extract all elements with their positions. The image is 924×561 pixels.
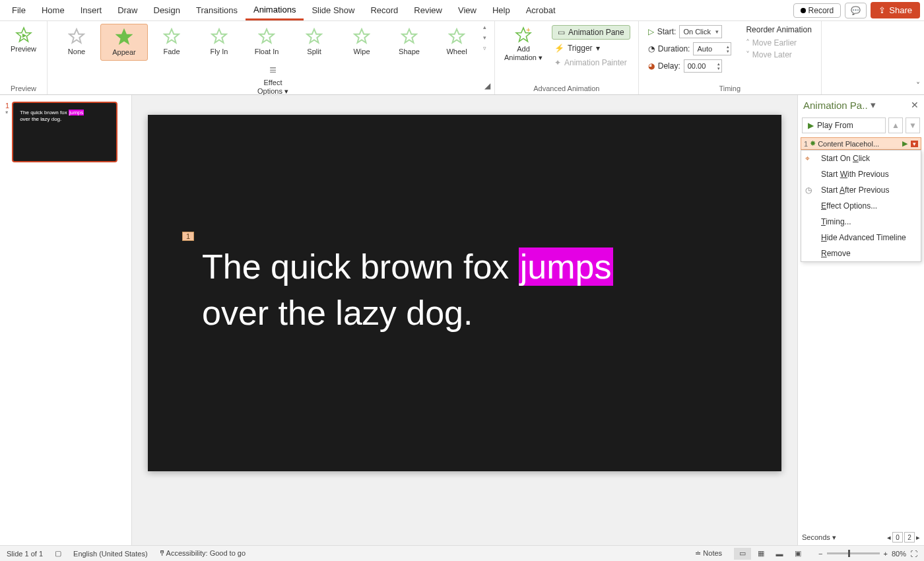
anim-wipe[interactable]: Wipe xyxy=(338,24,385,59)
ctx-remove[interactable]: Remove xyxy=(801,246,921,261)
anim-shape[interactable]: Shape xyxy=(385,24,433,59)
anim-label: None xyxy=(68,48,85,55)
view-reading-button[interactable]: ▬ xyxy=(771,548,788,560)
anim-none[interactable]: None xyxy=(53,24,100,59)
menu-record[interactable]: Record xyxy=(362,1,406,19)
star-icon xyxy=(116,28,133,46)
timeline-2: 2 xyxy=(904,532,915,543)
status-bar: Slide 1 of 1 ▢ English (United States) ͳ… xyxy=(0,545,924,561)
share-label: Share xyxy=(889,5,912,15)
animation-pane-button[interactable]: ▭Animation Pane xyxy=(552,25,630,40)
notes-button[interactable]: ≐ Notes xyxy=(695,549,722,558)
menu-home[interactable]: Home xyxy=(34,1,73,19)
comments-button[interactable]: 💬 xyxy=(845,3,867,18)
menu-acrobat[interactable]: Acrobat xyxy=(518,1,564,19)
move-up-button[interactable]: ▲ xyxy=(888,117,903,133)
menu-design[interactable]: Design xyxy=(146,1,188,19)
start-icon: ▷ xyxy=(648,27,654,36)
ribbon-collapse-button[interactable]: ˅ xyxy=(916,81,920,90)
preview-button[interactable]: Preview xyxy=(7,24,40,56)
trigger-label: Trigger xyxy=(568,44,593,53)
ctx-start-with-previous[interactable]: Start With Previous xyxy=(801,166,921,182)
effect-options-button[interactable]: ≡EffectOptions ▾ xyxy=(253,61,292,98)
menu-file[interactable]: File xyxy=(4,1,34,19)
duration-input[interactable]: Auto xyxy=(693,42,731,55)
context-menu: ⌖Start On ClickStart With Previous◷Start… xyxy=(801,150,921,262)
ctx-start-on-click[interactable]: ⌖Start On Click xyxy=(801,150,921,166)
gallery-more-button[interactable]: ▴▾▿ xyxy=(480,24,489,51)
zoom-control[interactable]: − + 80% ⛶ xyxy=(818,550,917,558)
clock-icon: ◷ xyxy=(805,185,812,195)
fit-to-window-button[interactable]: ⛶ xyxy=(910,550,917,558)
slide-canvas-area[interactable]: 1 The quick brown fox jumpsover the lazy… xyxy=(132,95,797,545)
start-select[interactable]: On Click xyxy=(679,25,722,38)
slide[interactable]: 1 The quick brown fox jumpsover the lazy… xyxy=(148,115,781,471)
duration-label: Duration: xyxy=(658,44,690,53)
view-normal-button[interactable]: ▭ xyxy=(734,548,751,560)
zoom-slider[interactable] xyxy=(827,552,880,554)
ctx-hide-advanced-timeline[interactable]: Hide Advanced Timeline xyxy=(801,230,921,246)
menu-animations[interactable]: Animations xyxy=(246,1,304,20)
zoom-value[interactable]: 80% xyxy=(892,550,906,558)
star-icon xyxy=(448,28,465,45)
anim-float-in[interactable]: Float In xyxy=(243,24,290,59)
animation-gallery[interactable]: NoneAppearFadeFly InFloat InSplitWipeSha… xyxy=(53,24,489,61)
group-label-advanced: Advanced Animation xyxy=(533,83,599,94)
menu-bar: File Home Insert Draw Design Transitions… xyxy=(0,0,924,21)
ctx-timing-[interactable]: Timing... xyxy=(801,214,921,230)
anim-appear[interactable]: Appear xyxy=(100,24,148,61)
item-label: Content Placehol... xyxy=(818,140,879,148)
anim-wheel[interactable]: Wheel xyxy=(433,24,480,59)
pane-icon: ▭ xyxy=(558,28,565,37)
view-sorter-button[interactable]: ▦ xyxy=(752,548,770,560)
menu-insert[interactable]: Insert xyxy=(73,1,110,19)
zoom-in-button[interactable]: + xyxy=(884,550,888,558)
menu-review[interactable]: Review xyxy=(406,1,450,19)
ctx-effect-options-[interactable]: Effect Options... xyxy=(801,198,921,214)
timeline-next[interactable]: ▸ xyxy=(916,533,920,542)
animation-list-item[interactable]: 1 ✸ Content Placehol... ▶ ▾ xyxy=(801,137,921,150)
item-dropdown-button[interactable]: ▾ xyxy=(911,141,918,147)
slide-text[interactable]: The quick brown fox jumpsover the lazy d… xyxy=(202,244,613,336)
move-earlier-button[interactable]: ˄ Move Earlier xyxy=(746,38,811,48)
move-later-button[interactable]: ˅ Move Later xyxy=(746,50,811,59)
menu-draw[interactable]: Draw xyxy=(110,1,145,19)
timeline-prev[interactable]: ◂ xyxy=(887,533,891,542)
trigger-button[interactable]: ⚡Trigger ▾ xyxy=(552,42,630,54)
view-slideshow-button[interactable]: ▣ xyxy=(789,548,807,560)
status-slide[interactable]: Slide 1 of 1 xyxy=(7,550,43,558)
slide-text-1: The quick brown fox xyxy=(202,248,519,286)
pane-menu-icon[interactable]: ▾ xyxy=(871,99,876,111)
menu-help[interactable]: Help xyxy=(484,1,518,19)
timeline-0: 0 xyxy=(892,532,903,543)
move-down-button[interactable]: ▼ xyxy=(906,117,920,133)
anim-fly-in[interactable]: Fly In xyxy=(195,24,243,59)
menu-transitions[interactable]: Transitions xyxy=(188,1,246,19)
animation-painter-button[interactable]: ✦Animation Painter xyxy=(552,57,630,69)
star-icon xyxy=(163,28,180,45)
anim-fade[interactable]: Fade xyxy=(148,24,195,59)
anim-split[interactable]: Split xyxy=(290,24,338,59)
status-language[interactable]: English (United States) xyxy=(73,550,148,558)
status-display-settings[interactable]: ▢ xyxy=(55,549,61,558)
preview-label: Preview xyxy=(11,45,36,53)
seconds-dropdown[interactable]: Seconds ▾ xyxy=(802,533,836,542)
animation-badge[interactable]: 1 xyxy=(182,232,194,241)
gallery-launcher-icon[interactable]: ◢ xyxy=(484,81,490,90)
add-animation-button[interactable]: + AddAnimation ▾ xyxy=(500,24,546,70)
delay-input[interactable]: 00.00 xyxy=(684,59,722,73)
zoom-out-button[interactable]: − xyxy=(818,550,822,558)
slide-highlight: jumps xyxy=(519,248,613,286)
menu-slideshow[interactable]: Slide Show xyxy=(304,1,362,19)
share-button[interactable]: ⇪Share xyxy=(871,2,920,18)
animation-pane-header: Animation Pa..▾ ✕ xyxy=(798,95,924,115)
close-pane-button[interactable]: ✕ xyxy=(911,100,919,110)
menu-view[interactable]: View xyxy=(450,1,484,19)
add-animation-icon: + xyxy=(515,26,532,44)
ctx-start-after-previous[interactable]: ◷Start After Previous xyxy=(801,182,921,198)
record-button[interactable]: Record xyxy=(793,3,842,18)
status-accessibility[interactable]: ͳ Accessibility: Good to go xyxy=(160,549,246,558)
slide-thumbnail-1[interactable]: The quick brown fox jumpsover the lazy d… xyxy=(12,102,117,162)
play-from-button[interactable]: ▶Play From xyxy=(802,117,886,133)
slide-text-2: over the lazy dog. xyxy=(202,294,473,332)
